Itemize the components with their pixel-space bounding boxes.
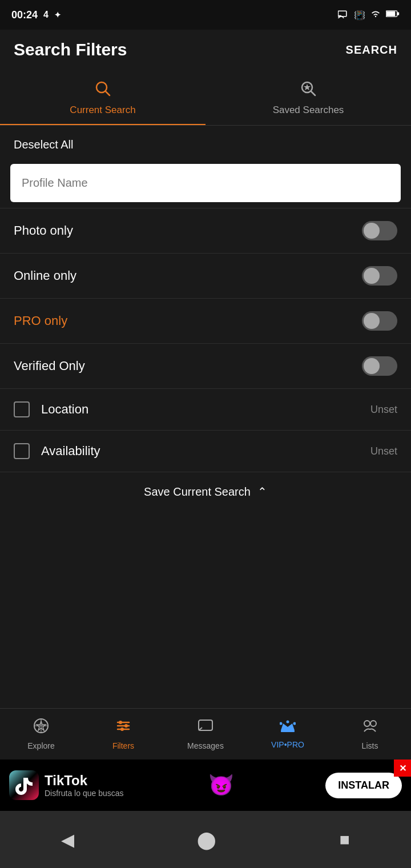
nav-item-messages[interactable]: Messages bbox=[164, 709, 247, 760]
vibrate-icon: 📳 bbox=[354, 10, 365, 21]
availability-checkbox[interactable] bbox=[14, 443, 30, 459]
svg-point-22 bbox=[287, 721, 289, 724]
verified-only-label: Verified Only bbox=[14, 359, 85, 373]
tab-saved-searches-label: Saved Searches bbox=[273, 105, 344, 116]
svg-line-7 bbox=[311, 91, 315, 95]
status-icons: 📳 bbox=[338, 9, 400, 21]
svg-point-16 bbox=[124, 724, 128, 728]
status-time: 00:24 bbox=[11, 9, 38, 21]
svg-line-5 bbox=[106, 91, 110, 95]
location-label: Location bbox=[41, 402, 370, 417]
tiktok-tagline: Disfruta lo que buscas bbox=[45, 789, 124, 798]
save-search-row[interactable]: Save Current Search ⌃ bbox=[0, 472, 411, 511]
svg-marker-8 bbox=[304, 84, 311, 90]
system-nav-bar: ◀ ⬤ ■ bbox=[0, 811, 411, 868]
tiktok-app-name: TikTok bbox=[45, 773, 124, 789]
pro-only-row: PRO only bbox=[0, 298, 411, 343]
profile-name-container bbox=[10, 164, 401, 202]
svg-point-26 bbox=[370, 721, 376, 726]
nav-item-filters[interactable]: Filters bbox=[82, 709, 164, 760]
availability-value: Unset bbox=[370, 445, 397, 457]
current-search-icon bbox=[94, 80, 111, 101]
explore-icon bbox=[33, 718, 49, 738]
page-title: Search Filters bbox=[14, 40, 127, 59]
online-only-toggle[interactable] bbox=[362, 266, 397, 286]
nav-explore-label: Explore bbox=[27, 741, 54, 750]
online-only-label: Online only bbox=[14, 268, 76, 283]
photo-only-row: Photo only bbox=[0, 208, 411, 253]
search-button[interactable]: SEARCH bbox=[346, 43, 397, 57]
saved-search-icon bbox=[300, 80, 317, 101]
status-time-area: 00:24 4 ✦ bbox=[11, 9, 61, 21]
header: Search Filters SEARCH bbox=[0, 30, 411, 70]
filters-icon bbox=[115, 718, 131, 738]
nav-vip-label: VIP•PRO bbox=[271, 740, 304, 749]
battery-icon bbox=[386, 10, 400, 20]
svg-point-25 bbox=[364, 721, 370, 726]
tab-current-search[interactable]: Current Search bbox=[0, 70, 206, 125]
photo-only-toggle[interactable] bbox=[362, 221, 397, 240]
wifi-icon bbox=[370, 9, 381, 21]
pro-only-label: PRO only bbox=[14, 314, 67, 328]
svg-point-23 bbox=[293, 722, 296, 725]
svg-rect-24 bbox=[281, 730, 295, 732]
tiktok-text-area: TikTok Disfruta lo que buscas bbox=[45, 773, 124, 798]
filter-content: Deselect All Photo only Online only PRO … bbox=[0, 126, 411, 511]
save-search-label: Save Current Search bbox=[144, 485, 251, 499]
vip-crown-icon bbox=[280, 719, 296, 737]
status-bar: 00:24 4 ✦ 📳 bbox=[0, 0, 411, 30]
nav-filters-label: Filters bbox=[112, 741, 134, 750]
availability-row: Availability Unset bbox=[0, 430, 411, 472]
location-row: Location Unset bbox=[0, 388, 411, 430]
chevron-up-icon: ⌃ bbox=[257, 485, 267, 499]
ad-close-button[interactable]: ✕ bbox=[394, 760, 411, 777]
tiktok-logo-area: TikTok Disfruta lo que buscas bbox=[9, 770, 124, 800]
tabs-container: Current Search Saved Searches bbox=[0, 70, 411, 126]
back-button[interactable]: ◀ bbox=[61, 830, 74, 850]
recent-apps-button[interactable]: ■ bbox=[339, 830, 349, 849]
pro-only-toggle[interactable] bbox=[362, 311, 397, 331]
online-only-row: Online only bbox=[0, 253, 411, 298]
svg-point-14 bbox=[119, 721, 122, 724]
location-checkbox[interactable] bbox=[14, 401, 30, 417]
install-button[interactable]: INSTALAR bbox=[325, 773, 402, 798]
availability-label: Availability bbox=[41, 444, 370, 459]
svg-rect-2 bbox=[386, 11, 395, 17]
deselect-all-button[interactable]: Deselect All bbox=[0, 126, 411, 164]
tiktok-app-icon bbox=[9, 770, 39, 800]
home-button[interactable]: ⬤ bbox=[197, 830, 216, 850]
profile-name-input[interactable] bbox=[10, 164, 401, 202]
ad-banner: ✕ TikTok Disfruta lo que buscas 😈 INSTAL… bbox=[0, 760, 411, 811]
verified-only-row: Verified Only bbox=[0, 343, 411, 388]
status-4g-icon: 4 bbox=[43, 10, 49, 20]
tab-saved-searches[interactable]: Saved Searches bbox=[206, 70, 411, 125]
nav-item-vip[interactable]: VIP•PRO bbox=[247, 709, 329, 760]
svg-point-18 bbox=[120, 728, 124, 731]
svg-rect-3 bbox=[397, 12, 399, 15]
nav-item-explore[interactable]: Explore bbox=[0, 709, 82, 760]
svg-point-21 bbox=[280, 722, 283, 725]
verified-only-toggle[interactable] bbox=[362, 356, 397, 376]
photo-only-label: Photo only bbox=[14, 223, 73, 238]
cast-icon bbox=[338, 9, 349, 21]
nav-lists-label: Lists bbox=[362, 741, 378, 750]
nav-messages-label: Messages bbox=[187, 741, 224, 750]
tiktok-emoji: 😈 bbox=[208, 773, 234, 797]
location-value: Unset bbox=[370, 404, 397, 416]
tab-current-search-label: Current Search bbox=[70, 105, 135, 116]
svg-marker-20 bbox=[281, 724, 295, 730]
bottom-navigation: Explore Filters Messages bbox=[0, 708, 411, 760]
status-location-icon: ✦ bbox=[54, 10, 61, 19]
messages-icon bbox=[198, 718, 213, 738]
nav-item-lists[interactable]: Lists bbox=[329, 709, 411, 760]
lists-icon bbox=[362, 718, 378, 738]
